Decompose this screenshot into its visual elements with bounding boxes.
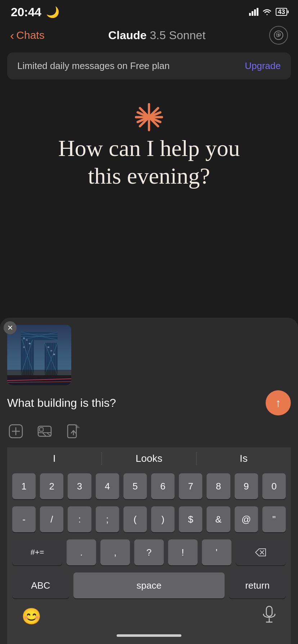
svg-rect-36 — [29, 343, 31, 344]
moon-icon: 🌙 — [46, 6, 59, 18]
suggestion-I[interactable]: I — [7, 447, 101, 470]
key-question[interactable]: ? — [134, 539, 164, 565]
punctuation-row: - / : ; ( ) $ & @ " — [7, 503, 291, 536]
key-ampersand[interactable]: & — [207, 506, 230, 532]
upgrade-banner: Limited daily messages on Free plan Upgr… — [7, 52, 291, 79]
battery-icon: 43 — [276, 8, 287, 16]
add-attachment-button[interactable] — [9, 424, 23, 442]
key-close-paren[interactable]: ) — [151, 506, 175, 532]
suggestion-Looks[interactable]: Looks — [102, 447, 196, 470]
nav-title-main: Claude — [108, 29, 147, 42]
svg-rect-34 — [23, 337, 25, 339]
key-8[interactable]: 8 — [207, 473, 230, 499]
greeting-text: How can I help youthis evening? — [44, 135, 254, 190]
toolbar-row — [7, 421, 291, 447]
keyboard: 1 2 3 4 5 6 7 8 9 0 - / : ; ( ) $ & @ " … — [7, 470, 291, 602]
emoji-button[interactable]: 😊 — [22, 607, 41, 626]
key-apostrophe[interactable]: ' — [202, 539, 231, 565]
key-9[interactable]: 9 — [235, 473, 258, 499]
banner-text: Limited daily messages on Free plan — [17, 60, 170, 72]
special-row: #+= . , ? ! ' — [7, 536, 291, 569]
attachment-image — [7, 325, 71, 385]
new-chat-icon — [274, 30, 284, 40]
home-bar — [117, 634, 181, 637]
key-quote[interactable]: " — [262, 506, 286, 532]
signal-icon — [249, 8, 258, 16]
svg-rect-38 — [48, 346, 49, 348]
new-chat-button[interactable] — [269, 26, 288, 45]
building-preview — [7, 325, 71, 385]
suggestion-Is[interactable]: Is — [197, 447, 291, 470]
key-period[interactable]: . — [67, 539, 96, 565]
key-abc[interactable]: ABC — [12, 572, 69, 598]
svg-rect-35 — [26, 339, 28, 341]
key-6[interactable]: 6 — [151, 473, 175, 499]
claude-logo — [133, 101, 165, 135]
attachment-container: ✕ — [7, 325, 71, 385]
number-row: 1 2 3 4 5 6 7 8 9 0 — [7, 470, 291, 503]
svg-rect-41 — [7, 370, 71, 377]
bottom-bar: 😊 — [7, 602, 291, 631]
key-dash[interactable]: - — [12, 506, 36, 532]
key-slash[interactable]: / — [40, 506, 63, 532]
back-chevron-icon: ‹ — [10, 29, 14, 41]
key-comma[interactable]: , — [100, 539, 130, 565]
photo-icon — [37, 424, 52, 438]
main-content: How can I help youthis evening? — [0, 87, 298, 190]
key-exclaim[interactable]: ! — [168, 539, 198, 565]
backspace-icon — [254, 548, 267, 557]
status-icons: 43 — [249, 8, 287, 16]
send-button[interactable]: ↑ — [266, 390, 291, 415]
key-7[interactable]: 7 — [179, 473, 202, 499]
svg-rect-46 — [40, 428, 43, 431]
key-open-paren[interactable]: ( — [123, 506, 147, 532]
send-arrow-icon: ↑ — [275, 396, 281, 410]
key-4[interactable]: 4 — [96, 473, 119, 499]
key-semicolon[interactable]: ; — [96, 506, 119, 532]
file-upload-button[interactable] — [66, 424, 81, 442]
key-colon[interactable]: : — [68, 506, 91, 532]
key-5[interactable]: 5 — [123, 473, 147, 499]
input-area: ✕ — [0, 318, 298, 644]
back-button[interactable]: ‹ Chats — [10, 29, 45, 41]
nav-title: Claude 3.5 Sonnet — [108, 29, 206, 42]
key-3[interactable]: 3 — [68, 473, 91, 499]
svg-rect-40 — [53, 354, 55, 355]
key-abc-switch[interactable]: #+= — [12, 539, 62, 565]
svg-rect-54 — [266, 606, 272, 616]
svg-rect-50 — [68, 425, 76, 438]
add-icon — [9, 424, 23, 438]
home-indicator — [7, 631, 291, 644]
attachment-close-button[interactable]: ✕ — [4, 321, 17, 334]
upload-icon — [66, 424, 81, 438]
nav-title-sub: 3.5 Sonnet — [146, 29, 206, 42]
key-at[interactable]: @ — [235, 506, 258, 532]
nav-bar: ‹ Chats Claude 3.5 Sonnet — [0, 22, 298, 50]
status-time: 20:44 — [11, 5, 41, 19]
asterisk-icon — [133, 101, 165, 133]
key-0[interactable]: 0 — [262, 473, 286, 499]
key-dollar[interactable]: $ — [179, 506, 202, 532]
key-backspace[interactable] — [236, 539, 286, 565]
bottom-row: ABC space return — [7, 569, 291, 602]
photo-library-button[interactable] — [37, 424, 52, 442]
keyboard-suggestions: I Looks Is — [7, 447, 291, 470]
text-input-row: ↑ — [7, 390, 291, 415]
svg-rect-37 — [23, 346, 25, 348]
key-return[interactable]: return — [229, 572, 286, 598]
status-bar: 20:44 🌙 43 — [0, 0, 298, 22]
key-1[interactable]: 1 — [12, 473, 36, 499]
back-label: Chats — [16, 29, 44, 41]
upgrade-button[interactable]: Upgrade — [245, 60, 281, 72]
key-2[interactable]: 2 — [40, 473, 63, 499]
svg-rect-39 — [50, 350, 52, 351]
key-space[interactable]: space — [73, 572, 225, 598]
microphone-button[interactable] — [262, 606, 276, 627]
svg-line-48 — [42, 433, 46, 436]
message-input[interactable] — [7, 396, 266, 410]
svg-line-49 — [47, 433, 51, 436]
wifi-icon — [262, 8, 272, 16]
microphone-icon — [262, 606, 276, 624]
